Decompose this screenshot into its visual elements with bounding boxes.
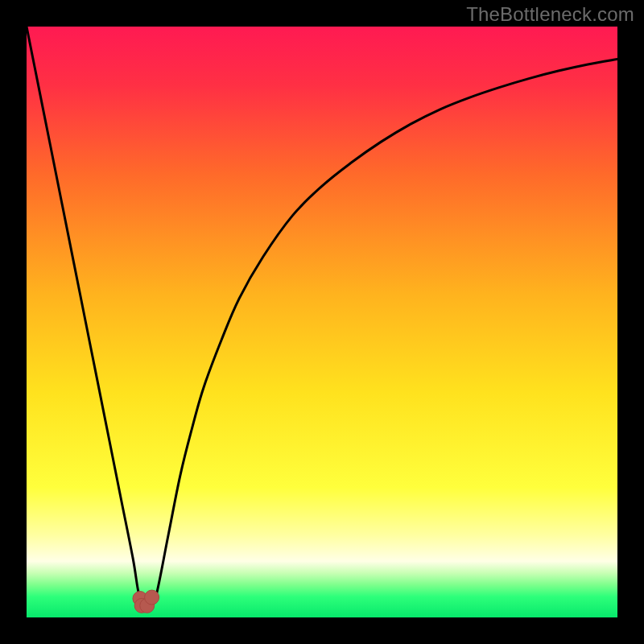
watermark-text: TheBottleneck.com — [466, 3, 634, 26]
chart-frame: TheBottleneck.com — [0, 0, 644, 644]
gradient-background — [27, 27, 617, 617]
valley-marker — [145, 590, 159, 605]
bottleneck-chart — [27, 27, 617, 617]
chart-svg — [27, 27, 617, 617]
